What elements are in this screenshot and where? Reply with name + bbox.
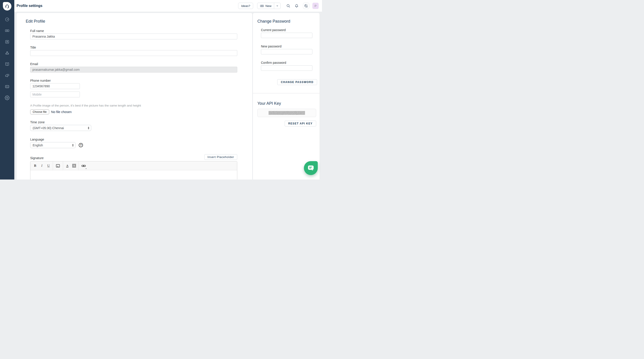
top-header: Profile settings Ideas? New <box>14 0 322 12</box>
current-password-input[interactable] <box>261 33 312 38</box>
signature-editor: B I U A A <box>30 161 237 180</box>
side-panel-card: Change Password Current password New pas… <box>253 13 320 180</box>
sidebar-item-chat[interactable] <box>2 70 13 81</box>
email-input <box>30 67 237 73</box>
edit-profile-card: Edit Profile Full name Title Email Phone… <box>16 13 252 180</box>
insert-placeholder-button[interactable]: Insert Placeholder <box>204 154 237 160</box>
edit-profile-heading: Edit Profile <box>16 13 252 24</box>
bold-button[interactable]: B <box>32 161 38 170</box>
file-chosen-status: No file chosen <box>51 110 72 114</box>
full-name-input[interactable] <box>30 34 237 39</box>
book-icon <box>5 62 10 67</box>
bell-icon <box>294 4 299 8</box>
app-logo[interactable] <box>3 2 12 11</box>
title-input[interactable] <box>30 50 237 56</box>
profile-image-help-text: A Profile image of the person, it's best… <box>30 104 237 107</box>
text-color-button[interactable]: A <box>64 161 71 170</box>
toolbar-separator <box>63 161 63 170</box>
reset-api-key-button[interactable]: RESET API KEY <box>285 121 316 126</box>
profile-settings-screen: Profile settings Ideas? New <box>0 0 322 180</box>
choose-file-button[interactable]: Choose file <box>30 109 49 114</box>
mobile-input[interactable] <box>30 92 80 97</box>
sidebar-item-contacts[interactable] <box>2 36 13 48</box>
email-label: Email <box>30 62 237 66</box>
language-help-icon[interactable]: ? <box>79 143 83 147</box>
new-button[interactable]: New <box>258 3 274 9</box>
phone-label: Phone number <box>30 79 237 82</box>
toolbar-separator <box>53 161 53 170</box>
api-key-heading: Your API Key <box>253 93 320 106</box>
sidebar-nav <box>2 14 13 103</box>
sidebar-item-knowledge-base[interactable] <box>2 59 13 70</box>
confirm-password-label: Confirm password <box>261 61 312 65</box>
change-password-button[interactable]: CHANGE PASSWORD <box>277 79 317 85</box>
title-label: Title <box>30 46 237 49</box>
sidebar <box>0 0 14 180</box>
ticket-icon <box>260 4 264 8</box>
language-select[interactable]: English <box>30 142 76 148</box>
header-actions: Ideas? New <box>238 3 322 9</box>
sidebar-item-customers[interactable] <box>2 48 13 59</box>
chat-widget-button[interactable] <box>304 161 318 175</box>
profile-image-file-row: Choose file No file chosen <box>30 109 237 114</box>
sidebar-item-settings[interactable] <box>2 92 13 103</box>
image-icon <box>56 164 60 168</box>
contact-card-icon <box>5 39 10 44</box>
toolbar-separator <box>78 161 78 170</box>
edit-profile-form: Full name Title Email Phone number A Pro… <box>30 29 237 180</box>
phone-input[interactable] <box>30 83 80 89</box>
api-key-value-box <box>258 109 316 117</box>
search-icon <box>286 4 291 8</box>
sidebar-item-tickets[interactable] <box>2 25 13 36</box>
gauge-icon <box>5 17 10 22</box>
language-label: Language <box>30 138 237 141</box>
gear-icon <box>5 95 10 100</box>
link-caret-icon <box>86 168 87 169</box>
new-dropdown-toggle[interactable] <box>274 3 280 9</box>
timezone-label: Time zone <box>30 120 237 124</box>
support-chat-button[interactable] <box>303 3 309 9</box>
signature-row: Signature Insert Placeholder <box>30 154 237 160</box>
sidebar-item-reports[interactable] <box>2 81 13 92</box>
italic-button[interactable]: I <box>38 161 45 170</box>
new-password-input[interactable] <box>261 49 312 54</box>
new-split-button: New <box>257 3 281 9</box>
new-button-label: New <box>266 4 272 8</box>
full-name-label: Full name <box>30 29 237 33</box>
bar-chart-icon <box>5 84 10 89</box>
speech-bubble-icon <box>304 3 308 8</box>
ideas-button[interactable]: Ideas? <box>238 3 253 9</box>
signature-label: Signature <box>30 156 44 160</box>
language-row: English ? <box>30 142 237 148</box>
insert-image-button[interactable] <box>54 161 62 170</box>
notifications-button[interactable] <box>294 4 299 8</box>
bg-color-glyph: A <box>72 164 76 168</box>
page-title: Profile settings <box>16 4 42 8</box>
obscured-api-key <box>268 111 305 115</box>
search-button[interactable] <box>286 4 291 8</box>
change-password-heading: Change Password <box>253 13 320 24</box>
insert-link-button[interactable] <box>80 161 88 170</box>
chat-bubbles-icon <box>5 73 10 78</box>
bg-color-button[interactable]: A <box>71 161 77 170</box>
confirm-password-input[interactable] <box>261 65 312 71</box>
share-network-icon <box>5 51 10 56</box>
change-password-form: Current password New password Confirm pa… <box>261 28 312 85</box>
current-password-label: Current password <box>261 28 312 32</box>
sidebar-item-dashboard[interactable] <box>2 14 13 25</box>
timezone-select-wrap: (GMT+05:30) Chennai <box>30 125 91 131</box>
user-avatar[interactable]: P <box>312 3 319 9</box>
link-icon <box>81 163 86 168</box>
new-password-label: New password <box>261 45 312 48</box>
signature-editor-body[interactable] <box>30 170 237 180</box>
text-color-glyph: A <box>66 164 68 167</box>
chat-widget-bubble-icon <box>308 165 314 171</box>
timezone-select[interactable]: (GMT+05:30) Chennai <box>30 125 91 131</box>
signature-toolbar: B I U A A <box>30 161 237 170</box>
chevron-down-icon <box>276 5 278 7</box>
underline-button[interactable]: U <box>45 161 52 170</box>
ticket-icon <box>5 28 10 33</box>
headset-logo-icon <box>4 4 10 9</box>
